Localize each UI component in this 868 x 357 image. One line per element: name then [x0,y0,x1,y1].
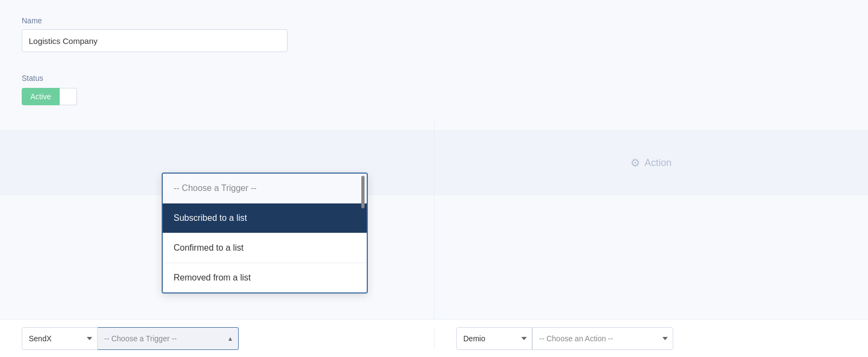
trigger-dropdown-popup: -- Choose a Trigger -- Subscribed to a l… [162,173,368,294]
action-label-container: ⚙ Action [630,156,672,169]
gear-icon: ⚙ [630,156,640,169]
platform-select-wrapper: SendX [22,327,98,350]
name-field-section: Name [22,16,846,52]
bottom-row: SendX -- Choose a Trigger -- Subscribed … [0,319,868,357]
action-select-wrapper: -- Choose an Action -- [532,327,673,350]
name-input[interactable] [22,29,288,52]
action-platform-select-wrapper: Demio [456,327,532,350]
dropdown-item-choose-trigger[interactable]: -- Choose a Trigger -- [163,174,367,203]
trigger-select[interactable]: -- Choose a Trigger -- Subscribed to a l… [98,327,239,350]
vertical-divider [434,119,435,319]
trigger-platform-select[interactable]: SendX [22,327,98,350]
trigger-section: SendX -- Choose a Trigger -- Subscribed … [0,327,434,350]
action-label: Action [644,157,672,169]
status-section: Status Active [22,74,846,105]
status-toggle: Active [22,88,846,105]
dropdown-item-subscribed[interactable]: Subscribed to a list [163,203,367,233]
status-label: Status [22,74,846,82]
dropdown-scrollbar[interactable] [361,176,365,208]
dropdown-container: -- Choose a Trigger -- Subscribed to a l… [163,174,367,292]
dropdown-item-removed[interactable]: Removed from a list [163,263,367,292]
name-label: Name [22,16,846,25]
trigger-select-wrapper: -- Choose a Trigger -- Subscribed to a l… [98,327,239,350]
active-button[interactable]: Active [22,88,60,105]
toggle-inactive-area[interactable] [60,88,77,105]
action-section: Demio -- Choose an Action -- [434,327,868,350]
dropdown-item-confirmed[interactable]: Confirmed to a list [163,233,367,263]
page-container: Name Status Active ⚙ Action -- Choose a … [0,0,868,357]
action-platform-select[interactable]: Demio [456,327,532,350]
action-area-background: ⚙ Action [434,130,868,195]
action-select[interactable]: -- Choose an Action -- [532,327,673,350]
